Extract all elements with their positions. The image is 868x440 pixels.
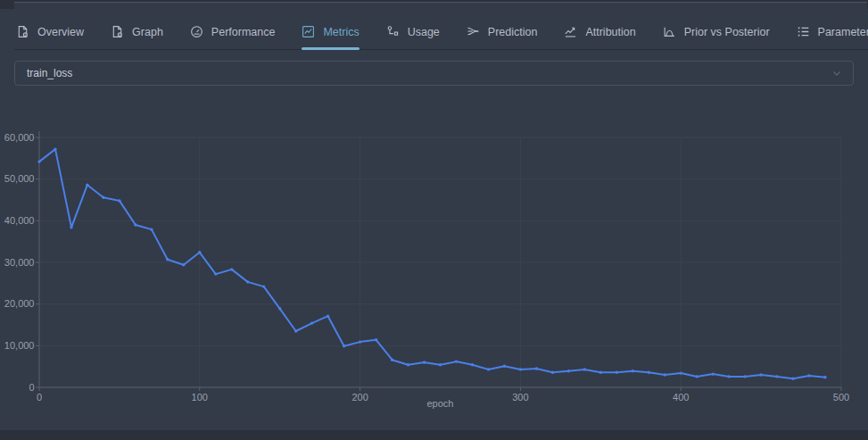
line-chart-icon bbox=[302, 25, 315, 38]
metric-chart-svg: 010,00020,00030,00040,00050,00060,000010… bbox=[0, 125, 868, 421]
data-point bbox=[327, 315, 329, 318]
tab-label: Overview bbox=[37, 26, 84, 38]
y-tick-label: 0 bbox=[29, 382, 34, 393]
y-tick-label: 30,000 bbox=[4, 257, 35, 268]
distribution-icon bbox=[663, 25, 676, 38]
axis-lines bbox=[39, 131, 841, 387]
tab-attribution[interactable]: Attribution bbox=[564, 9, 635, 49]
data-point bbox=[391, 359, 393, 361]
metrics-page: OverviewGraphPerformanceMetricsUsagePred… bbox=[0, 0, 868, 440]
x-tick-label: 300 bbox=[512, 392, 528, 403]
data-point bbox=[102, 196, 104, 199]
data-point bbox=[583, 368, 586, 370]
data-point bbox=[632, 369, 634, 372]
data-point bbox=[310, 321, 313, 324]
tab-label: Attribution bbox=[585, 26, 635, 38]
data-point bbox=[535, 367, 538, 369]
data-point bbox=[616, 371, 618, 374]
data-point bbox=[343, 345, 345, 347]
data-point bbox=[407, 363, 409, 366]
data-point bbox=[775, 375, 778, 378]
data-point bbox=[551, 371, 554, 374]
x-axis-title: epoch bbox=[427, 398, 454, 409]
data-point bbox=[294, 329, 297, 332]
y-tick-label: 40,000 bbox=[4, 215, 35, 226]
node-link-icon bbox=[386, 25, 400, 38]
data-point bbox=[278, 307, 281, 310]
data-point bbox=[86, 184, 88, 187]
list-icon bbox=[797, 25, 810, 38]
loss-line bbox=[39, 149, 825, 378]
data-point bbox=[182, 263, 185, 266]
tab-metrics[interactable]: Metrics bbox=[302, 9, 359, 49]
x-tick-label: 400 bbox=[673, 392, 689, 403]
run-detail-panel: OverviewGraphPerformanceMetricsUsagePred… bbox=[0, 9, 868, 430]
data-point bbox=[262, 285, 265, 287]
tab-graph[interactable]: Graph bbox=[111, 9, 163, 49]
data-point bbox=[471, 363, 474, 366]
tab-parameters[interactable]: Parameters bbox=[797, 9, 868, 49]
data-point bbox=[150, 228, 153, 230]
data-point bbox=[70, 226, 72, 228]
data-point bbox=[375, 338, 377, 341]
train-loss-chart[interactable]: 010,00020,00030,00040,00050,00060,000010… bbox=[0, 125, 868, 421]
file-icon bbox=[111, 25, 124, 38]
x-tick-label: 500 bbox=[833, 392, 849, 403]
tab-bar: OverviewGraphPerformanceMetricsUsagePred… bbox=[14, 9, 868, 50]
y-tick-label: 50,000 bbox=[4, 173, 35, 184]
x-tick-label: 200 bbox=[351, 392, 368, 403]
data-point bbox=[54, 147, 56, 150]
data-point bbox=[37, 160, 40, 162]
data-point bbox=[118, 199, 120, 202]
y-tick-label: 20,000 bbox=[4, 298, 35, 309]
data-point bbox=[246, 280, 249, 283]
data-point bbox=[664, 373, 666, 376]
data-point bbox=[727, 375, 730, 378]
data-point bbox=[712, 372, 715, 375]
metric-select[interactable]: train_loss bbox=[14, 61, 854, 86]
data-point bbox=[823, 376, 826, 378]
data-point bbox=[696, 375, 699, 378]
data-point bbox=[599, 371, 602, 374]
data-point bbox=[503, 365, 506, 368]
tab-label: Graph bbox=[132, 26, 163, 38]
data-point bbox=[230, 268, 233, 270]
tab-label: Prior vs Posterior bbox=[684, 26, 770, 38]
data-point bbox=[214, 272, 217, 275]
data-point bbox=[791, 378, 794, 380]
data-point bbox=[134, 223, 136, 226]
tab-usage[interactable]: Usage bbox=[386, 9, 440, 49]
trend-arrow-icon bbox=[564, 25, 577, 38]
data-point bbox=[487, 368, 490, 370]
tab-label: Metrics bbox=[323, 26, 359, 38]
data-point bbox=[680, 371, 682, 374]
data-point bbox=[759, 373, 762, 376]
x-tick-label: 100 bbox=[192, 392, 208, 403]
data-point bbox=[807, 374, 810, 377]
tab-performance[interactable]: Performance bbox=[190, 9, 276, 49]
data-point bbox=[567, 369, 570, 372]
tab-prediction[interactable]: Prediction bbox=[467, 9, 538, 49]
merge-icon bbox=[467, 25, 480, 38]
y-tick-label: 60,000 bbox=[4, 132, 35, 143]
metric-select-value: train_loss bbox=[27, 67, 72, 79]
y-tick-label: 10,000 bbox=[4, 340, 35, 351]
data-point bbox=[743, 375, 746, 378]
data-point bbox=[423, 361, 426, 363]
tab-label: Performance bbox=[211, 26, 276, 38]
tab-label: Prediction bbox=[488, 26, 538, 38]
data-point bbox=[455, 360, 458, 362]
data-point bbox=[198, 251, 201, 253]
tab-prior-vs-posterior[interactable]: Prior vs Posterior bbox=[663, 9, 770, 49]
tab-overview[interactable]: Overview bbox=[16, 9, 84, 49]
tab-label: Usage bbox=[408, 26, 440, 38]
chevron-down-icon bbox=[831, 68, 842, 79]
dashboard-icon bbox=[190, 25, 203, 38]
x-tick-label: 0 bbox=[37, 392, 42, 403]
file-icon bbox=[16, 25, 29, 38]
data-point bbox=[166, 258, 169, 261]
data-point bbox=[439, 363, 442, 366]
tab-label: Parameters bbox=[818, 26, 868, 38]
data-point bbox=[359, 340, 361, 343]
data-point bbox=[648, 371, 650, 374]
